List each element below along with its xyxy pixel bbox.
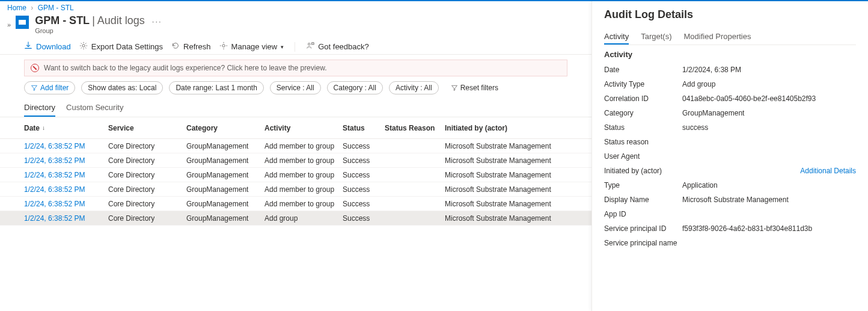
kv-activity-type-value: Add group <box>682 80 856 88</box>
row-service: Core Directory <box>108 185 186 194</box>
refresh-button[interactable]: Refresh <box>171 42 211 52</box>
chevron-down-icon: ▾ <box>281 44 284 50</box>
row-activity: Add member to group <box>264 156 343 165</box>
details-tab-modified[interactable]: Modified Properties <box>683 29 751 45</box>
row-activity: Add member to group <box>264 142 343 150</box>
col-actor[interactable]: Initiated by (actor) <box>445 124 567 132</box>
notice-text: Want to switch back to the legacy audit … <box>44 64 326 72</box>
col-activity[interactable]: Activity <box>264 124 343 132</box>
row-actor: Microsoft Substrate Management <box>445 171 567 179</box>
kv-sp-name-value <box>682 239 856 247</box>
refresh-label: Refresh <box>183 42 211 51</box>
row-date-link[interactable]: 1/2/24, 6:38:52 PM <box>24 156 108 165</box>
breadcrumb: Home › GPM - STL <box>0 1 591 12</box>
page-subtitle: | Audit logs <box>92 14 145 27</box>
breadcrumb-current[interactable]: GPM - STL <box>38 4 74 12</box>
row-status: Success <box>343 142 385 150</box>
table-row[interactable]: 1/2/24, 6:38:52 PMCore DirectoryGroupMan… <box>0 197 591 211</box>
row-category: GroupManagement <box>186 142 264 150</box>
tab-directory[interactable]: Directory <box>24 99 55 117</box>
refresh-icon <box>171 42 180 52</box>
page-title: GPM - STL <box>35 14 90 27</box>
details-title: Audit Log Details <box>604 8 856 21</box>
kv-date-key: Date <box>604 66 682 74</box>
tab-custom-security[interactable]: Custom Security <box>66 99 123 117</box>
filter-bar: Add filter Show dates as: Local Date ran… <box>0 81 591 99</box>
reset-filters-button[interactable]: Reset filters <box>445 82 504 94</box>
row-service: Core Directory <box>108 156 186 165</box>
row-service: Core Directory <box>108 200 186 208</box>
download-button[interactable]: Download <box>24 42 71 52</box>
preview-notice[interactable]: Want to switch back to the legacy audit … <box>24 60 567 76</box>
kv-correlation-id-key: Correlation ID <box>604 94 682 103</box>
row-category: GroupManagement <box>186 185 264 194</box>
breadcrumb-home[interactable]: Home <box>7 4 26 12</box>
row-date-link[interactable]: 1/2/24, 6:38:52 PM <box>24 200 108 208</box>
export-button[interactable]: Export Data Settings <box>79 42 163 52</box>
resource-tile-icon <box>16 16 29 29</box>
row-status: Success <box>343 171 385 179</box>
service-filter-pill[interactable]: Service : All <box>270 81 321 94</box>
table-row[interactable]: 1/2/24, 6:38:52 PMCore DirectoryGroupMan… <box>0 168 591 182</box>
kv-category-value: GroupManagement <box>682 109 856 117</box>
row-category: GroupManagement <box>186 171 264 179</box>
row-date-link[interactable]: 1/2/24, 6:38:52 PM <box>24 185 108 194</box>
col-status-reason[interactable]: Status Reason <box>385 124 445 132</box>
feedback-button[interactable]: Got feedback? <box>306 42 369 52</box>
manage-view-button[interactable]: Manage view ▾ <box>219 42 284 52</box>
details-tab-targets[interactable]: Target(s) <box>641 29 671 45</box>
more-actions-icon[interactable]: ··· <box>152 17 162 26</box>
activity-filter-pill[interactable]: Activity : All <box>389 81 439 94</box>
table-row[interactable]: 1/2/24, 6:38:52 PMCore DirectoryGroupMan… <box>0 211 591 226</box>
row-activity: Add group <box>264 214 343 223</box>
kv-type-value: Application <box>682 181 856 189</box>
export-label: Export Data Settings <box>91 42 163 51</box>
manage-view-label: Manage view <box>231 42 278 51</box>
svg-point-1 <box>222 45 224 47</box>
resource-type: Group <box>35 27 162 34</box>
date-format-pill[interactable]: Show dates as: Local <box>81 81 163 94</box>
row-date-link[interactable]: 1/2/24, 6:38:52 PM <box>24 214 108 223</box>
col-category[interactable]: Category <box>186 124 264 132</box>
row-activity: Add member to group <box>264 171 343 179</box>
row-date-link[interactable]: 1/2/24, 6:38:52 PM <box>24 171 108 179</box>
row-service: Core Directory <box>108 142 186 150</box>
kv-display-name-value: Microsoft Substrate Management <box>682 196 856 204</box>
kv-status-reason-key: Status reason <box>604 138 682 146</box>
category-filter-pill[interactable]: Category : All <box>327 81 383 94</box>
row-category: GroupManagement <box>186 214 264 223</box>
row-status: Success <box>343 185 385 194</box>
kv-user-agent-key: User Agent <box>604 152 682 161</box>
person-feedback-icon <box>306 42 314 52</box>
reset-filters-label: Reset filters <box>460 84 498 92</box>
row-category: GroupManagement <box>186 200 264 208</box>
kv-activity-type-key: Activity Type <box>604 80 682 88</box>
kv-status-value: success <box>682 123 856 132</box>
toolbar-separator <box>295 42 295 52</box>
row-activity: Add member to group <box>264 185 343 194</box>
row-status: Success <box>343 200 385 208</box>
col-status[interactable]: Status <box>343 124 385 132</box>
row-actor: Microsoft Substrate Management <box>445 200 567 208</box>
additional-details-link[interactable]: Additional Details <box>800 167 856 175</box>
toolbar: Download Export Data Settings Refresh Ma… <box>0 39 591 55</box>
col-date[interactable]: Date↓ <box>24 124 108 132</box>
kv-type-key: Type <box>604 181 682 189</box>
kv-app-id-value <box>682 210 856 218</box>
table-row[interactable]: 1/2/24, 6:38:52 PMCore DirectoryGroupMan… <box>0 139 591 153</box>
add-filter-label: Add filter <box>40 84 69 92</box>
details-tab-activity[interactable]: Activity <box>604 29 629 45</box>
add-filter-button[interactable]: Add filter <box>24 81 75 94</box>
expand-pane-icon[interactable]: » <box>7 21 11 28</box>
feedback-label: Got feedback? <box>318 42 369 51</box>
kv-sp-id-key: Service principal ID <box>604 224 682 233</box>
table-row[interactable]: 1/2/24, 6:38:52 PMCore DirectoryGroupMan… <box>0 153 591 168</box>
kv-status-reason-value <box>682 138 856 146</box>
col-service[interactable]: Service <box>108 124 186 132</box>
row-category: GroupManagement <box>186 156 264 165</box>
row-date-link[interactable]: 1/2/24, 6:38:52 PM <box>24 142 108 150</box>
table-row[interactable]: 1/2/24, 6:38:52 PMCore DirectoryGroupMan… <box>0 182 591 197</box>
date-range-pill[interactable]: Date range: Last 1 month <box>169 81 263 94</box>
audit-table: Date↓ Service Category Activity Status S… <box>0 117 591 226</box>
row-service: Core Directory <box>108 214 186 223</box>
